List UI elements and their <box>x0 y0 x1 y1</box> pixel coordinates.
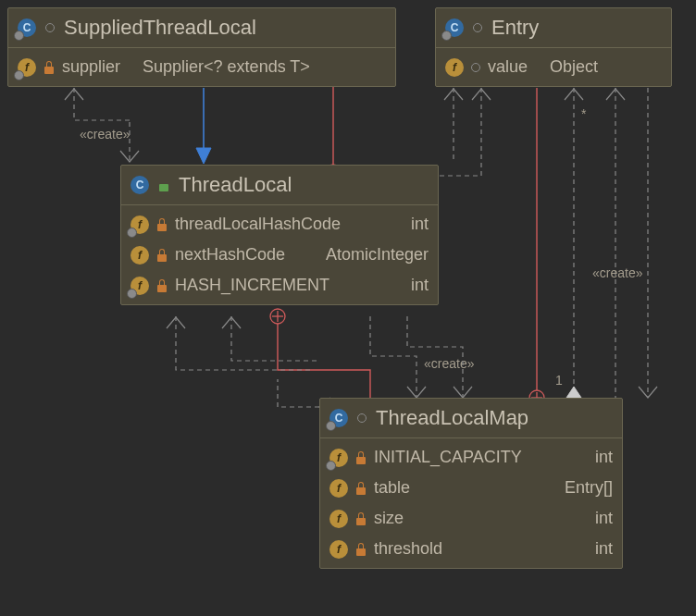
field-type: int <box>595 509 613 528</box>
lock-icon <box>44 61 55 74</box>
field-type: Entry[] <box>565 478 613 498</box>
field-icon <box>445 58 464 77</box>
field-row[interactable]: INITIAL_CAPACITY int <box>320 442 622 473</box>
one-label: 1 <box>555 373 563 388</box>
class-thread-local-map[interactable]: ThreadLocalMap INITIAL_CAPACITY int tabl… <box>319 398 623 569</box>
field-type: int <box>411 276 429 295</box>
field-row[interactable]: threshold int <box>320 534 622 564</box>
field-name: HASH_INCREMENT <box>175 276 329 295</box>
field-icon <box>329 540 348 559</box>
field-row[interactable]: supplier Supplier<? extends T> <box>8 52 395 82</box>
svg-marker-0 <box>196 148 211 164</box>
visibility-dot-icon <box>45 23 55 32</box>
field-name: table <box>374 478 410 498</box>
class-supplied-thread-local[interactable]: SuppliedThreadLocal supplier Supplier<? … <box>7 7 396 87</box>
class-name: SuppliedThreadLocal <box>64 16 256 40</box>
field-icon <box>329 479 348 498</box>
star-label: * <box>581 106 587 121</box>
class-header: Entry <box>436 8 671 48</box>
field-name: value <box>488 57 528 77</box>
field-icon <box>130 277 149 295</box>
field-name: size <box>374 509 404 528</box>
class-header: SuppliedThreadLocal <box>8 8 395 48</box>
field-type: Supplier<? extends T> <box>143 57 310 77</box>
field-row[interactable]: nextHashCode AtomicInteger <box>121 240 438 270</box>
class-icon <box>18 18 36 37</box>
field-type: int <box>595 539 613 559</box>
field-row[interactable]: table Entry[] <box>320 473 622 503</box>
class-thread-local[interactable]: ThreadLocal threadLocalHashCode int next… <box>120 165 439 305</box>
field-name: INITIAL_CAPACITY <box>374 448 522 467</box>
create-label-3: «create» <box>424 356 475 371</box>
field-icon <box>329 510 348 528</box>
field-row[interactable]: HASH_INCREMENT int <box>121 270 438 301</box>
field-name: threshold <box>374 539 442 559</box>
class-header: ThreadLocal <box>121 166 438 205</box>
class-name: ThreadLocal <box>179 173 292 197</box>
field-icon <box>329 449 348 467</box>
field-name: supplier <box>62 57 120 77</box>
lock-icon <box>156 279 168 292</box>
visibility-dot-icon <box>357 413 367 423</box>
visibility-dot-icon <box>471 63 480 72</box>
create-label-2: «create» <box>592 265 643 280</box>
field-row[interactable]: value Object <box>436 52 671 82</box>
lock-icon <box>156 249 168 262</box>
class-icon <box>130 176 149 194</box>
field-icon <box>130 216 149 234</box>
lock-icon <box>355 482 367 495</box>
visibility-dot-icon <box>473 23 482 32</box>
class-icon <box>329 409 348 427</box>
field-type: int <box>411 215 429 234</box>
svg-point-8 <box>270 309 285 324</box>
field-name: threadLocalHashCode <box>175 215 341 234</box>
class-icon <box>445 18 464 37</box>
lock-icon <box>156 218 168 231</box>
field-type: Object <box>550 57 598 77</box>
lock-icon <box>355 543 367 556</box>
field-type: int <box>595 448 613 467</box>
field-type: AtomicInteger <box>326 245 429 265</box>
field-name: nextHashCode <box>175 245 285 265</box>
field-icon <box>18 58 36 77</box>
lock-icon <box>355 512 367 525</box>
field-row[interactable]: threadLocalHashCode int <box>121 209 438 240</box>
class-name: ThreadLocalMap <box>376 406 528 430</box>
field-icon <box>130 246 149 265</box>
class-header: ThreadLocalMap <box>320 399 622 438</box>
field-row[interactable]: size int <box>320 503 622 534</box>
create-label-1: «create» <box>80 127 130 142</box>
lock-icon <box>355 451 367 464</box>
class-name: Entry <box>491 16 539 40</box>
lock-icon <box>158 179 169 191</box>
class-entry[interactable]: Entry value Object <box>435 7 672 87</box>
